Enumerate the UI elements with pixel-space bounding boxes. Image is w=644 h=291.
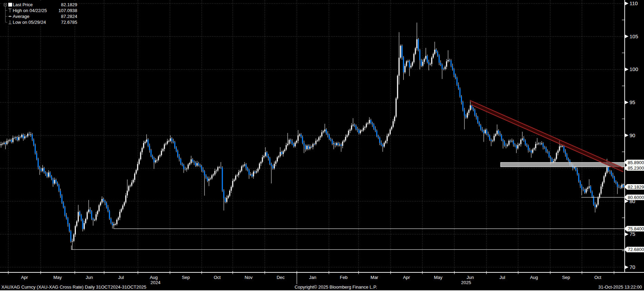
footer-bar: XAUXAG Curncy (XAU-XAG Cross Rate) Daily… xyxy=(0,284,644,291)
high-marker-icon xyxy=(3,8,13,13)
svg-text:Aug: Aug xyxy=(150,275,158,280)
svg-text:82.1829: 82.1829 xyxy=(628,184,644,190)
svg-text:Nov: Nov xyxy=(244,275,253,280)
chart-legend[interactable]: Last Price 82.1829 High on 04/22/25 107.… xyxy=(3,1,78,26)
legend-label: Average xyxy=(13,14,61,19)
svg-text:90: 90 xyxy=(630,132,635,138)
svg-text:75: 75 xyxy=(630,231,635,237)
svg-text:85.8900: 85.8900 xyxy=(628,160,644,165)
svg-text:85.2300: 85.2300 xyxy=(628,165,644,171)
legend-value: 107.0938 xyxy=(59,8,77,13)
svg-text:May: May xyxy=(53,275,62,280)
legend-label: Low on 05/29/24 xyxy=(13,20,61,25)
average-marker-icon xyxy=(3,13,13,19)
legend-label: High on 04/22/25 xyxy=(13,8,59,13)
low-marker-icon xyxy=(3,19,13,25)
footer-timestamp: 31-Oct-2025 13:22:00 xyxy=(598,284,642,290)
svg-text:110: 110 xyxy=(630,0,638,6)
svg-text:May: May xyxy=(434,275,443,280)
legend-value: 82.1829 xyxy=(61,2,77,7)
svg-text:Sep: Sep xyxy=(562,275,570,280)
svg-text:Oct: Oct xyxy=(214,275,221,280)
legend-row-high[interactable]: High on 04/22/25 107.0938 xyxy=(3,8,77,13)
svg-text:Sep: Sep xyxy=(182,275,190,280)
legend-value: 87.2824 xyxy=(61,14,77,19)
svg-text:72.6800: 72.6800 xyxy=(628,247,644,252)
bloomberg-chart-window: 11010510095908580757085.890085.230082.18… xyxy=(0,0,644,291)
svg-text:95: 95 xyxy=(630,99,635,105)
svg-text:Jul: Jul xyxy=(118,275,124,280)
svg-text:75.8400: 75.8400 xyxy=(628,226,644,231)
svg-text:Dec: Dec xyxy=(276,275,285,280)
tree-expand-icon[interactable] xyxy=(3,2,13,8)
svg-text:Oct: Oct xyxy=(594,275,602,280)
svg-text:Jun: Jun xyxy=(86,275,93,280)
price-chart-plot-area[interactable]: 11010510095908580757085.890085.230082.18… xyxy=(0,0,644,291)
svg-text:80.6000: 80.6000 xyxy=(628,195,644,200)
legend-row-last-price[interactable]: Last Price 82.1829 xyxy=(3,2,77,8)
legend-row-low[interactable]: Low on 05/29/24 72.6785 xyxy=(3,19,77,25)
legend-row-average[interactable]: Average 87.2824 xyxy=(3,13,77,19)
svg-text:Feb: Feb xyxy=(340,275,348,280)
svg-text:Mar: Mar xyxy=(371,275,379,280)
svg-text:Jan: Jan xyxy=(309,275,316,280)
last-price-swatch-icon xyxy=(8,3,12,7)
svg-text:Jun: Jun xyxy=(467,275,474,280)
svg-text:Apr: Apr xyxy=(21,275,28,280)
svg-text:Apr: Apr xyxy=(403,275,410,280)
footer-copyright: Copyright© 2025 Bloomberg Finance L.P. xyxy=(28,284,644,290)
svg-text:70: 70 xyxy=(630,264,635,270)
svg-text:Aug: Aug xyxy=(530,275,538,280)
svg-text:Jul: Jul xyxy=(500,275,505,280)
svg-text:105: 105 xyxy=(630,33,638,39)
legend-value: 72.6785 xyxy=(61,20,77,25)
svg-text:100: 100 xyxy=(630,66,638,72)
legend-label: Last Price xyxy=(13,2,61,7)
